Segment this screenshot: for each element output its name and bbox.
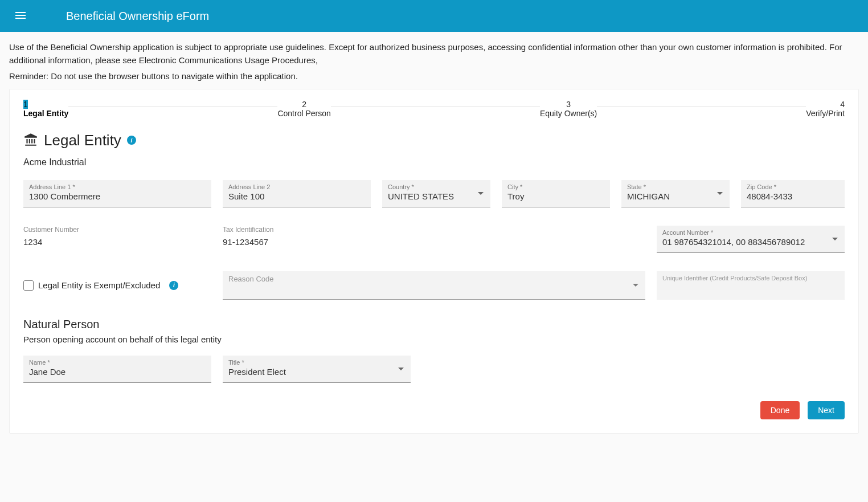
- app-title: Beneficial Ownership eForm: [66, 10, 209, 23]
- np-name-field[interactable]: Name *: [23, 356, 211, 383]
- field-label: Name *: [29, 359, 206, 366]
- natural-person-subtext: Person opening account on behalf of this…: [23, 334, 845, 344]
- appbar: Beneficial Ownership eForm: [0, 0, 868, 32]
- hamburger-icon: [14, 9, 27, 24]
- step-label: Legal Entity: [23, 109, 68, 118]
- unique-id-field[interactable]: Unique Identifier (Credit Products/Safe …: [657, 271, 845, 300]
- step-number: 2: [302, 100, 306, 109]
- country-value: UNITED STATES: [388, 191, 485, 201]
- state-value: MICHIGAN: [627, 191, 724, 201]
- customer-number-value: 1234: [23, 237, 211, 247]
- account-number-field[interactable]: Account Number * 01 987654321014, 00 883…: [657, 226, 845, 253]
- np-title-value: President Elect: [228, 367, 405, 377]
- info-icon[interactable]: i: [169, 281, 178, 290]
- np-name-input[interactable]: [29, 367, 206, 377]
- step-number: 3: [566, 100, 571, 109]
- field-label: City *: [507, 183, 604, 190]
- reason-code-field[interactable]: Reason Code: [223, 271, 645, 300]
- city-input[interactable]: [507, 191, 604, 201]
- unique-id-input[interactable]: [662, 283, 839, 292]
- step-number: 4: [840, 100, 845, 109]
- zip-field[interactable]: Zip Code *: [741, 180, 845, 207]
- field-label: Title *: [228, 359, 405, 366]
- entity-name: Acme Industrial: [23, 157, 845, 168]
- customer-number-field: Customer Number 1234: [23, 226, 211, 247]
- natural-person-heading: Natural Person: [23, 318, 845, 331]
- np-title-field[interactable]: Title * President Elect: [223, 356, 411, 383]
- step-connector: [68, 107, 277, 107]
- stepper: 1 Legal Entity 2 Control Person 3 Equity…: [23, 100, 845, 118]
- address1-field[interactable]: Address Line 1 *: [23, 180, 211, 207]
- info-icon[interactable]: i: [127, 136, 136, 145]
- step-connector: [331, 107, 540, 107]
- field-label: Customer Number: [23, 226, 211, 234]
- step-label: Control Person: [277, 109, 330, 118]
- menu-button[interactable]: [9, 5, 32, 27]
- actions-row: Done Next: [23, 401, 845, 419]
- disclaimer-text-1a: Use of the Beneficial Ownership applicat…: [9, 42, 224, 52]
- legal-entity-heading-row: Legal Entity i: [23, 132, 845, 149]
- natural-person-row: Name * Title * President Elect: [23, 356, 845, 383]
- step-control-person[interactable]: 2 Control Person: [277, 100, 330, 118]
- exempt-checkbox-row: Legal Entity is Exempt/Excluded i: [23, 280, 211, 291]
- field-label: Unique Identifier (Credit Products/Safe …: [662, 275, 839, 281]
- step-equity-owners[interactable]: 3 Equity Owner(s): [540, 100, 597, 118]
- exempt-checkbox[interactable]: [23, 280, 34, 291]
- account-number-value: 01 987654321014, 00 883456789012: [662, 237, 839, 247]
- step-number: 1: [23, 100, 28, 109]
- bank-icon: [23, 132, 38, 149]
- step-legal-entity[interactable]: 1 Legal Entity: [23, 100, 68, 118]
- field-label: Address Line 1 *: [29, 183, 206, 190]
- field-label: State *: [627, 183, 724, 190]
- done-button[interactable]: Done: [760, 401, 800, 419]
- form-card: 1 Legal Entity 2 Control Person 3 Equity…: [9, 89, 859, 434]
- address1-input[interactable]: [29, 191, 206, 201]
- step-label: Verify/Print: [806, 109, 845, 118]
- ids-row: Customer Number 1234 Tax Identification …: [23, 226, 845, 253]
- field-label: Account Number *: [662, 229, 839, 236]
- disclaimer: Use of the Beneficial Ownership applicat…: [0, 32, 868, 89]
- exempt-row: Legal Entity is Exempt/Excluded i Reason…: [23, 271, 845, 300]
- field-label: Address Line 2: [228, 183, 365, 190]
- exempt-label[interactable]: Legal Entity is Exempt/Excluded: [38, 280, 160, 290]
- step-label: Equity Owner(s): [540, 109, 597, 118]
- address2-field[interactable]: Address Line 2: [223, 180, 371, 207]
- tax-id-value: 91-1234567: [223, 237, 371, 247]
- city-field[interactable]: City *: [502, 180, 610, 207]
- next-button[interactable]: Next: [808, 401, 845, 419]
- field-label: Country *: [388, 183, 485, 190]
- disclaimer-text-1c: Electronic Communications Usage Procedur…: [139, 55, 318, 65]
- step-connector: [597, 107, 806, 107]
- state-field[interactable]: State * MICHIGAN: [621, 180, 730, 207]
- legal-entity-heading: Legal Entity: [44, 132, 121, 149]
- tax-id-field: Tax Identification 91-1234567: [223, 226, 371, 247]
- field-label: Tax Identification: [223, 226, 371, 234]
- field-label: Zip Code *: [747, 183, 839, 190]
- step-verify-print[interactable]: 4 Verify/Print: [806, 100, 845, 118]
- disclaimer-reminder: Reminder: Do not use the browser buttons…: [9, 70, 859, 83]
- country-field[interactable]: Country * UNITED STATES: [382, 180, 490, 207]
- zip-input[interactable]: [747, 191, 839, 201]
- natural-person-section: Natural Person Person opening account on…: [23, 318, 845, 383]
- address2-input[interactable]: [228, 191, 365, 201]
- address-row: Address Line 1 * Address Line 2 Country …: [23, 180, 845, 207]
- field-label: Reason Code: [228, 275, 640, 283]
